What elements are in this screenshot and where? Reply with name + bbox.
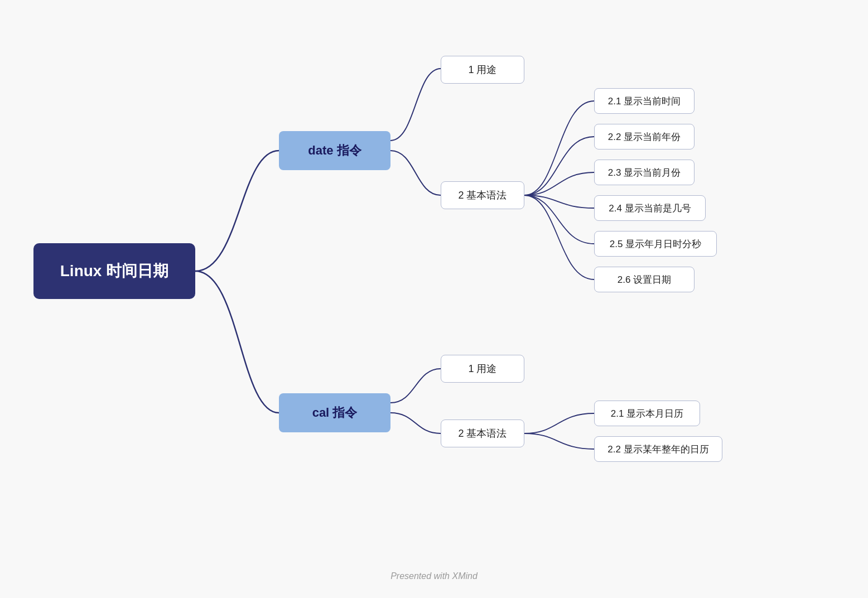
- date-branch-label: date 指令: [308, 142, 361, 159]
- cal-22-label: 2.2 显示某年整年的日历: [607, 443, 708, 456]
- date-26-label: 2.6 设置日期: [618, 273, 671, 286]
- cal-yongtu-label: 1 用途: [468, 362, 496, 375]
- date-jiben-node: 2 基本语法: [441, 181, 524, 209]
- footer-text: Presented with XMind: [390, 571, 478, 581]
- cal-22-node: 2.2 显示某年整年的日历: [594, 436, 722, 462]
- date-21-label: 2.1 显示当前时间: [608, 95, 681, 108]
- connections-svg: [0, 0, 868, 598]
- date-21-node: 2.1 显示当前时间: [594, 88, 695, 114]
- date-23-label: 2.3 显示当前月份: [608, 166, 681, 179]
- cal-21-node: 2.1 显示本月日历: [594, 401, 700, 426]
- date-branch-node: date 指令: [279, 131, 390, 170]
- date-yongtu-node: 1 用途: [441, 56, 524, 84]
- cal-jiben-node: 2 基本语法: [441, 419, 524, 447]
- date-24-label: 2.4 显示当前是几号: [609, 202, 691, 215]
- cal-branch-node: cal 指令: [279, 393, 390, 432]
- footer: Presented with XMind: [0, 571, 868, 581]
- cal-jiben-label: 2 基本语法: [458, 427, 507, 440]
- date-yongtu-label: 1 用途: [468, 63, 496, 76]
- date-jiben-label: 2 基本语法: [458, 189, 507, 202]
- cal-21-label: 2.1 显示本月日历: [611, 407, 683, 420]
- cal-branch-label: cal 指令: [312, 404, 358, 421]
- date-26-node: 2.6 设置日期: [594, 267, 695, 292]
- cal-yongtu-node: 1 用途: [441, 355, 524, 383]
- root-node: Linux 时间日期: [33, 243, 195, 299]
- root-label: Linux 时间日期: [60, 261, 168, 282]
- date-25-node: 2.5 显示年月日时分秒: [594, 231, 717, 257]
- date-22-label: 2.2 显示当前年份: [608, 131, 681, 143]
- date-23-node: 2.3 显示当前月份: [594, 160, 695, 185]
- diagram-container: Linux 时间日期 date 指令 cal 指令 1 用途 2 基本语法 2.…: [0, 0, 868, 598]
- date-22-node: 2.2 显示当前年份: [594, 124, 695, 150]
- date-25-label: 2.5 显示年月日时分秒: [610, 238, 701, 250]
- date-24-node: 2.4 显示当前是几号: [594, 195, 706, 221]
